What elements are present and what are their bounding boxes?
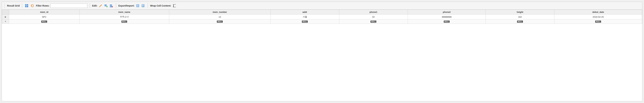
col-header-mem-name: mem_name [80,10,169,15]
svg-rect-20 [142,5,143,6]
cell-height[interactable]: 162 [486,15,554,19]
export-icon[interactable] [136,4,140,8]
svg-rect-18 [138,6,139,7]
null-badge-mem-number: NULL [217,21,223,23]
wrap-cell-content-icon[interactable]: I [172,4,176,8]
null-badge-height: NULL [517,21,523,23]
svg-rect-22 [144,5,144,6]
grid-icon[interactable] [24,4,29,8]
edit-label: Edit: [92,4,98,7]
filter-section: Filter Rows: [36,4,87,8]
table-container: mem_id mem_name mem_number addr phone1 p… [2,10,642,101]
null-cell-height[interactable]: NULL [486,19,554,24]
import-icon[interactable] [141,4,145,8]
col-header-debut-date: debut_date [554,10,642,15]
col-header-phone1: phone1 [339,10,408,15]
export-import-label: Export/Import: [118,4,134,7]
cell-phone1[interactable]: 02 [339,15,408,19]
cell-mem-name[interactable]: 우주소녀 [80,15,169,19]
null-row[interactable]: ✦ NULL NULL NULL NULL NULL NULL NULL NUL… [2,19,642,24]
svg-rect-1 [27,4,28,6]
svg-rect-3 [27,6,28,7]
toolbar-divider-4 [148,3,148,8]
result-grid-section: Result Grid [7,4,20,7]
wrap-cell-content-label: Wrap Cell Content: [150,4,171,7]
toolbar: Result Grid Filter Rows: Edit: [2,2,642,10]
svg-rect-9 [110,5,112,5]
svg-rect-17 [138,5,139,6]
table-row[interactable]: ▶ SPC 우주소녀 13 서울 02 88888888 162 2016-02… [2,15,642,19]
svg-rect-5 [104,6,107,6]
wrap-cell-section: Wrap Cell Content: I [150,4,176,8]
edit-section: Edit: [92,4,114,8]
svg-rect-0 [25,4,26,6]
null-row-indicator: ✦ [2,19,9,24]
null-cell-phone2[interactable]: NULL [408,19,486,24]
table-header-row: mem_id mem_name mem_number addr phone1 p… [2,10,642,15]
null-badge-mem-id: NULL [41,21,47,23]
null-badge-phone1: NULL [370,21,376,23]
cell-addr[interactable]: 서울 [270,15,339,19]
svg-rect-2 [25,6,26,7]
col-header-mem-number: mem_number [169,10,270,15]
add-row-icon[interactable] [104,4,108,8]
row-indicator-header [2,10,9,15]
toolbar-left-divider [4,3,5,8]
cell-debut-date[interactable]: 2016-02-25 [554,15,642,19]
result-grid-label: Result Grid [7,4,20,7]
toolbar-divider-1 [22,3,22,8]
null-badge-debut-date: NULL [595,21,601,23]
col-header-height: height [486,10,554,15]
svg-rect-16 [137,6,138,7]
svg-rect-10 [110,6,112,6]
cell-mem-number[interactable]: 13 [169,15,270,19]
row-indicator-cell: ▶ [2,15,9,19]
svg-rect-4 [104,5,107,5]
toolbar-divider-2 [90,3,90,8]
null-cell-debut-date[interactable]: NULL [554,19,642,24]
null-badge-mem-name: NULL [122,21,127,23]
result-table: mem_id mem_name mem_number addr phone1 p… [2,10,642,24]
null-cell-addr[interactable]: NULL [270,19,339,24]
refresh-icon[interactable] [30,4,34,8]
main-container: Result Grid Filter Rows: Edit: [2,2,642,101]
delete-row-icon[interactable] [109,4,114,8]
cell-mem-id[interactable]: SPC [9,15,80,19]
col-header-phone2: phone2 [408,10,486,15]
null-cell-phone1[interactable]: NULL [339,19,408,24]
svg-rect-11 [110,7,112,7]
edit-pencil-icon[interactable] [98,4,103,8]
null-badge-phone2: NULL [444,21,450,23]
filter-rows-label: Filter Rows: [36,4,49,7]
col-header-addr: addr [270,10,339,15]
col-header-mem-id: mem_id [9,10,80,15]
export-import-section: Export/Import: [118,4,145,8]
svg-rect-15 [137,5,138,6]
null-badge-addr: NULL [302,21,308,23]
null-cell-mem-number[interactable]: NULL [169,19,270,24]
filter-rows-input[interactable] [50,4,88,8]
cell-phone2[interactable]: 88888888 [408,15,486,19]
null-cell-mem-name[interactable]: NULL [80,19,169,24]
null-cell-mem-id[interactable]: NULL [9,19,80,24]
